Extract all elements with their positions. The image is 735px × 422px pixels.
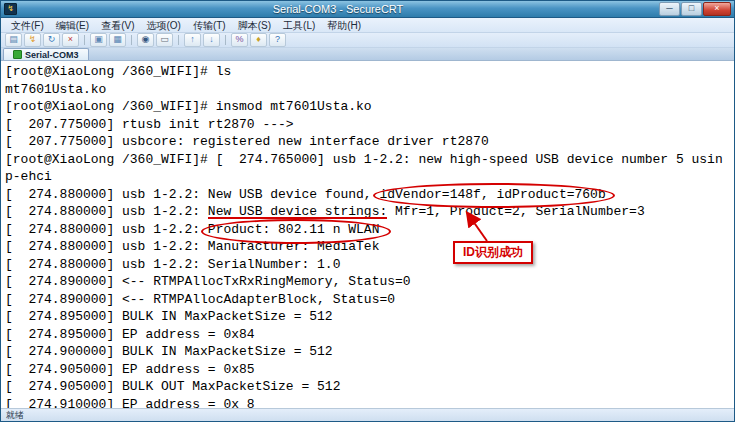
terminal-line: [ 274.880000] usb 1-2.2: Product: 802.11… [5,221,734,239]
reconnect-icon[interactable]: ↻ [43,33,60,47]
terminal-line: [ 274.905000] EP address = 0x85 [5,361,734,379]
help-icon[interactable]: ? [269,33,286,47]
app-icon [4,3,17,15]
securecrt-window: Serial-COM3 - SecureCRT ─ □ × 文件(F)编辑(E)… [0,0,735,422]
terminal-line: [ 274.895000] BULK IN MaxPacketSize = 51… [5,308,734,326]
terminal-line: [root@XiaoLong /360_WIFI]# [ 274.765000]… [5,151,734,169]
annotation-callout: ID识别成功 [453,241,533,264]
menu-item-2[interactable]: 查看(V) [95,19,140,32]
terminal-line: mt7601Usta.ko [5,81,734,99]
status-text: 就绪 [6,409,24,422]
copy-icon[interactable]: ▣ [90,33,107,47]
menu-item-0[interactable]: 文件(F) [5,19,50,32]
terminal-line: [ 274.890000] <-- RTMPAllocAdapterBlock,… [5,291,734,309]
tab-label: Serial-COM3 [25,50,79,60]
terminal-line: [ 274.880000] usb 1-2.2: New USB device … [5,186,734,204]
quick-connect-icon[interactable]: ↯ [24,33,41,47]
terminal-line: [ 274.880000] usb 1-2.2: SerialNumber: 1… [5,256,734,274]
menu-item-1[interactable]: 编辑(E) [50,19,95,32]
session-connected-icon [13,50,22,59]
terminal-line: [ 274.880000] usb 1-2.2: Manufacturer: M… [5,238,734,256]
paste-icon[interactable]: ▦ [109,33,126,47]
toolbar-separator [84,35,85,45]
menu-bar: 文件(F)编辑(E)查看(V)选项(O)传输(T)脚本(S)工具(L)帮助(H) [1,18,734,33]
terminal-line: [ 207.775000] usbcore: registered new in… [5,133,734,151]
terminal-line: [ 207.775000] rtusb init rt2870 ---> [5,116,734,134]
menu-item-3[interactable]: 选项(O) [140,19,186,32]
tab-bar: Serial-COM3 [1,48,734,61]
disconnect-icon[interactable]: × [62,33,79,47]
key-icon[interactable]: ♦ [250,33,267,47]
menu-item-7[interactable]: 帮助(H) [321,19,367,32]
terminal-line: [ 274.880000] usb 1-2.2: New USB device … [5,203,734,221]
percent-icon[interactable]: % [231,33,248,47]
terminal-line: p-ehci [5,168,734,186]
menu-item-5[interactable]: 脚本(S) [232,19,277,32]
terminal-line: [ 274.890000] <-- RTMPAllocTxRxRingMemor… [5,273,734,291]
terminal-output: [root@XiaoLong /360_WIFI]# lsmt7601Usta.… [1,61,734,408]
toolbar-separator [225,35,226,45]
title-bar: Serial-COM3 - SecureCRT ─ □ × [1,1,734,18]
maximize-button[interactable]: □ [681,2,702,16]
upload-icon[interactable]: ↑ [184,33,201,47]
find-icon[interactable]: ◉ [137,33,154,47]
toolbar: ▤↯↻×▣▦◉▭↑↓%♦? [1,33,734,48]
terminal-line: [root@XiaoLong /360_WIFI]# ls [5,63,734,81]
minimize-button[interactable]: ─ [659,2,680,16]
session-manager-icon[interactable]: ▤ [5,33,22,47]
window-title: Serial-COM3 - SecureCRT [17,2,659,17]
toolbar-separator [178,35,179,45]
menu-item-6[interactable]: 工具(L) [277,19,321,32]
terminal-screen[interactable]: [root@XiaoLong /360_WIFI]# lsmt7601Usta.… [1,61,734,408]
download-icon[interactable]: ↓ [203,33,220,47]
status-bar: 就绪 [1,408,734,421]
close-button[interactable]: × [703,2,731,16]
window-controls: ─ □ × [659,2,731,16]
terminal-line: [ 274.910000] EP address = 0x 8 [5,396,734,409]
print-icon[interactable]: ▭ [156,33,173,47]
toolbar-separator [131,35,132,45]
terminal-line: [ 274.900000] BULK IN MaxPacketSize = 51… [5,343,734,361]
terminal-line: [ 274.895000] EP address = 0x84 [5,326,734,344]
tab-serial-com3[interactable]: Serial-COM3 [3,48,89,60]
menu-item-4[interactable]: 传输(T) [187,19,232,32]
terminal-line: [root@XiaoLong /360_WIFI]# insmod mt7601… [5,98,734,116]
terminal-line: [ 274.905000] BULK OUT MaxPacketSize = 5… [5,378,734,396]
